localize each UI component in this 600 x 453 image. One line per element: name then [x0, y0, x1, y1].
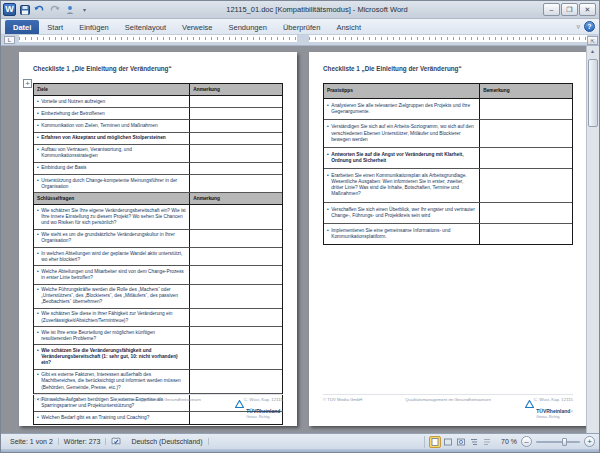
save-button[interactable] — [18, 3, 31, 16]
checklist-item-cell[interactable]: •Wie steht es um die grundsätzliche Verä… — [34, 230, 190, 247]
document-page-2[interactable]: Checkliste 1 „Die Einleitung der Verände… — [309, 52, 587, 426]
note-cell[interactable] — [190, 248, 282, 265]
vertical-scrollbar[interactable]: ▲ — [586, 46, 599, 433]
note-cell[interactable] — [480, 203, 572, 223]
note-cell[interactable] — [480, 169, 572, 202]
note-cell[interactable] — [190, 163, 282, 174]
note-cell[interactable] — [190, 266, 282, 283]
checklist-item-cell[interactable]: •Erarbeiten Sie einen Kommunikationsplan… — [324, 169, 480, 202]
checklist-item-cell[interactable]: •Einbeziehung der Betroffenen — [34, 108, 190, 119]
scroll-up-icon[interactable]: ▲ — [587, 46, 598, 57]
checklist-item-cell[interactable]: •Analysieren Sie alle relevanten Zielgru… — [324, 99, 480, 119]
tab-überprüfen[interactable]: Überprüfen — [275, 20, 329, 34]
checklist-item-cell[interactable]: •Welchen Bedarf gibt es an Training und … — [34, 412, 190, 423]
tab-datei[interactable]: Datei — [5, 20, 39, 34]
note-cell[interactable] — [190, 120, 282, 131]
qat-extra-button[interactable] — [63, 3, 76, 16]
page-indicator[interactable]: Seite: 1 von 2 — [5, 438, 59, 445]
zoom-level[interactable]: 70 % — [497, 438, 521, 445]
checklist-item-cell[interactable]: •Wie ist Ihre erste Beurteilung der mögl… — [34, 327, 190, 344]
language-indicator[interactable]: Deutsch (Deutschland) — [126, 438, 208, 445]
checklist-item-cell[interactable]: •Wie schätzen Sie Ihre eigene Veränderun… — [34, 205, 190, 228]
view-fullscreen-button[interactable] — [442, 436, 454, 448]
checklist-item-cell[interactable]: •Vorteile und Nutzen aufzeigen — [34, 96, 190, 107]
note-cell[interactable] — [190, 285, 282, 308]
view-print-layout-button[interactable] — [429, 436, 441, 448]
ruler-segment-left — [19, 35, 297, 42]
checklist-item-cell[interactable]: •Verständigen Sie sich auf ein Arbeits-S… — [324, 120, 480, 146]
checklist-item-text: Verschaffen Sie sich einen Überblick, we… — [331, 207, 476, 219]
checklist-item-cell[interactable]: •Welche Führungskräfte werden die Rolle … — [34, 285, 190, 308]
undo-button[interactable] — [33, 3, 46, 16]
checklist-item-cell[interactable]: •Implementieren Sie eine gemeinsame Info… — [324, 224, 480, 244]
draft-icon — [483, 438, 491, 446]
table-header-cell[interactable]: Ziele — [34, 84, 190, 95]
note-cell[interactable] — [480, 148, 572, 168]
note-cell[interactable] — [190, 230, 282, 247]
checklist-item-cell[interactable]: •Antworten Sie auf die Angst vor Verände… — [324, 148, 480, 168]
word-count[interactable]: Wörter: 273 — [59, 438, 107, 445]
view-weblayout-button[interactable] — [455, 436, 467, 448]
checklist-item-cell[interactable]: •Wie schätzen Sie die Veränderungsfähigk… — [34, 345, 190, 368]
checklist-item-cell[interactable]: •Verschaffen Sie sich einen Überblick, w… — [324, 203, 480, 223]
scrollbar-thumb[interactable] — [588, 59, 598, 127]
table-header-cell[interactable]: Anmerkung — [190, 193, 282, 204]
tab-ansicht[interactable]: Ansicht — [328, 20, 369, 34]
zoom-slider[interactable] — [536, 441, 580, 443]
table-header-cell[interactable]: Praxistipps — [324, 84, 480, 98]
note-cell[interactable] — [480, 120, 572, 146]
redo-button[interactable] — [48, 3, 61, 16]
checklist-item-cell[interactable]: •Welche Abteilungen und Mitarbeiter sind… — [34, 266, 190, 283]
ruler-toggle-button[interactable]: ⇱ — [587, 36, 598, 45]
note-cell[interactable] — [190, 327, 282, 344]
word-logo-icon[interactable]: W — [3, 3, 16, 16]
checklist-item-text: Aufbau von Vertrauen, Verantwortung, und… — [41, 147, 186, 159]
table-row: •Unterstützung durch Change-kompetente M… — [34, 175, 282, 193]
checklist-item-text: Wie steht es um die grundsätzliche Verän… — [41, 232, 186, 244]
qat-dropdown-button[interactable]: ▾ — [78, 3, 91, 16]
minimize-button[interactable]: – — [543, 3, 560, 16]
tab-einfügen[interactable]: Einfügen — [71, 20, 117, 34]
table-row: •Gibt es externe Faktoren, Interessen au… — [34, 370, 282, 394]
spellcheck-status[interactable] — [106, 437, 126, 446]
checklist-item-cell[interactable]: •Gibt es externe Faktoren, Interessen au… — [34, 370, 190, 393]
view-outline-button[interactable] — [468, 436, 480, 448]
checklist-item-cell[interactable]: •Aufbau von Vertrauen, Verantwortung, un… — [34, 145, 190, 162]
tab-verweise[interactable]: Verweise — [174, 20, 220, 34]
note-cell[interactable] — [190, 370, 282, 393]
zoom-slider-thumb[interactable] — [562, 438, 567, 446]
ribbon-collapse-icon[interactable]: ▿ — [576, 23, 580, 31]
note-cell[interactable] — [190, 309, 282, 326]
checklist-item-cell[interactable]: •Einbindung der Basis — [34, 163, 190, 174]
note-cell[interactable] — [190, 96, 282, 107]
table-header-cell[interactable]: Schlüsselfragen — [34, 193, 190, 204]
view-draft-button[interactable] — [481, 436, 493, 448]
note-cell[interactable] — [190, 175, 282, 192]
document-page-1[interactable]: + Checkliste 1 „Die Einleitung der Verän… — [19, 52, 297, 426]
restore-button[interactable]: ❐ — [561, 3, 578, 16]
note-cell[interactable] — [480, 224, 572, 244]
table-header-cell[interactable]: Bemerkung — [480, 84, 572, 98]
table-move-handle-icon[interactable]: + — [23, 79, 32, 88]
checklist-item-cell[interactable]: •In welchen Abteilungen wird der geplant… — [34, 248, 190, 265]
tab-selector-icon[interactable]: L — [4, 36, 15, 44]
checklist-item-cell[interactable]: •Kommunikation von Zielen, Terminen und … — [34, 120, 190, 131]
window-controls: – ❐ ✕ — [543, 3, 596, 16]
checklist-item-cell[interactable]: •Wie schätzen Sie diese in ihrer Fähigke… — [34, 309, 190, 326]
table-header-cell[interactable]: Anmerkung — [190, 84, 282, 95]
tab-start[interactable]: Start — [39, 20, 71, 34]
note-cell[interactable] — [190, 345, 282, 368]
zoom-out-button[interactable]: – — [521, 436, 532, 447]
note-cell[interactable] — [480, 99, 572, 119]
zoom-in-button[interactable]: + — [584, 436, 595, 447]
note-cell[interactable] — [190, 108, 282, 119]
note-cell[interactable] — [190, 205, 282, 228]
tab-seitenlayout[interactable]: Seitenlayout — [117, 20, 174, 34]
checklist-item-cell[interactable]: •Unterstützung durch Change-kompetente M… — [34, 175, 190, 192]
note-cell[interactable] — [190, 133, 282, 144]
note-cell[interactable] — [190, 145, 282, 162]
help-button[interactable]: ? — [584, 21, 595, 32]
checklist-item-cell[interactable]: •Erfahren von Akzeptanz und möglichen St… — [34, 133, 190, 144]
tab-sendungen[interactable]: Sendungen — [221, 20, 275, 34]
close-button[interactable]: ✕ — [579, 3, 596, 16]
